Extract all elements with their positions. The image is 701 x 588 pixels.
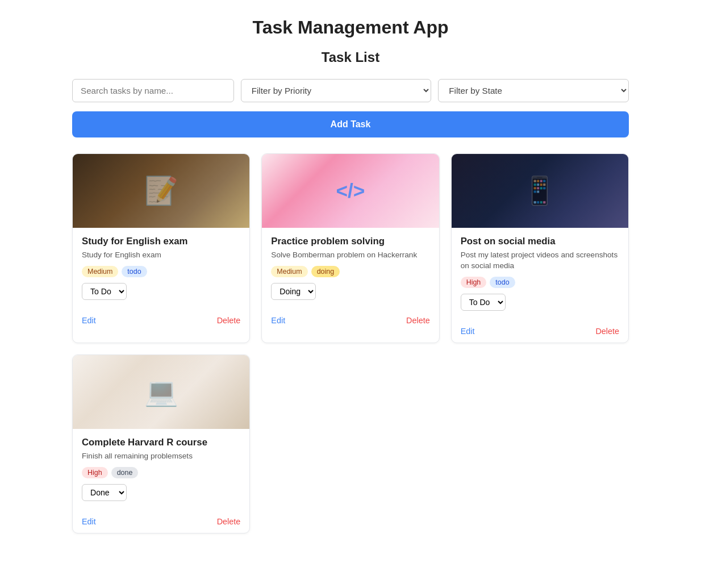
priority-tag: High [461,277,487,288]
priority-tag: Medium [271,266,307,277]
task-cards-grid: Study for English examStudy for English … [72,153,629,533]
task-card-image [262,154,439,228]
task-state-select[interactable]: To DoDoingDone [271,283,316,300]
task-description: Study for English exam [82,249,240,260]
section-title: Task List [11,49,690,65]
task-state-select[interactable]: To DoDoingDone [461,294,506,311]
edit-button[interactable]: Edit [82,316,96,325]
task-title: Complete Harvard R course [82,437,240,448]
task-title: Study for English exam [82,236,240,247]
task-card: Study for English examStudy for English … [72,153,250,343]
priority-tag: Medium [82,266,118,277]
controls-bar: Filter by PriorityHighMediumLow Filter b… [72,79,629,102]
edit-button[interactable]: Edit [82,517,96,526]
state-tag: todo [122,266,147,277]
add-task-button[interactable]: Add Task [72,111,629,137]
delete-button[interactable]: Delete [217,316,241,325]
state-tag: doing [311,266,340,277]
task-state-select[interactable]: To DoDoingDone [82,283,127,300]
task-description: Post my latest project videos and screen… [461,249,619,271]
task-card: Practice problem solvingSolve Bomberman … [261,153,439,343]
task-card: Complete Harvard R courseFinish all rema… [72,355,250,533]
state-tag: todo [490,277,515,288]
delete-button[interactable]: Delete [406,316,430,325]
priority-filter-select[interactable]: Filter by PriorityHighMediumLow [241,79,432,102]
task-card: Post on social mediaPost my latest proje… [451,153,629,343]
app-title: Task Management App [11,17,690,38]
task-title: Post on social media [461,236,619,247]
state-filter-select[interactable]: Filter by StateTo DoDoingDone [438,79,629,102]
state-tag: done [111,467,139,478]
priority-tag: High [82,467,108,478]
search-input[interactable] [72,79,234,102]
edit-button[interactable]: Edit [271,316,285,325]
task-state-select[interactable]: To DoDoingDone [82,484,127,501]
delete-button[interactable]: Delete [217,517,241,526]
edit-button[interactable]: Edit [461,327,475,336]
task-title: Practice problem solving [271,236,429,247]
task-card-image [73,154,249,228]
task-card-image [452,154,628,228]
delete-button[interactable]: Delete [595,327,619,336]
task-description: Solve Bomberman problem on Hackerrank [271,249,429,260]
task-description: Finish all remaining problemsets [82,451,240,461]
task-card-image [73,355,249,429]
